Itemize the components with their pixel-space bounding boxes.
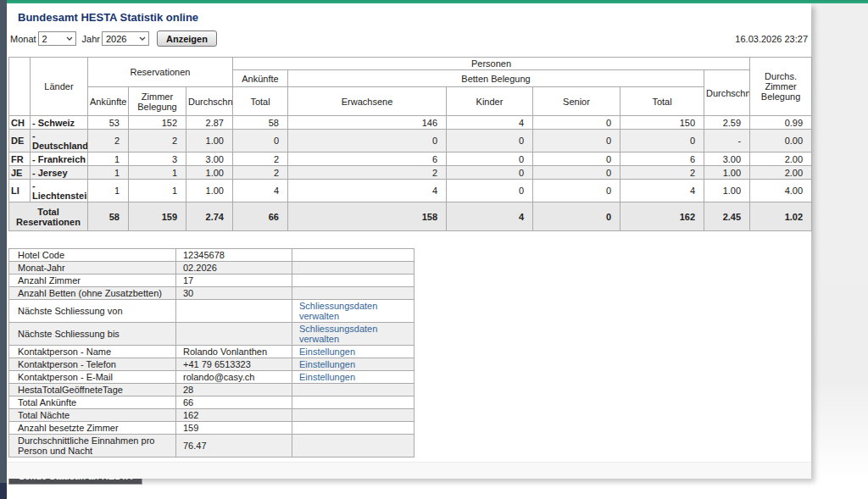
stat-cell-senior: 0 [533,180,620,202]
chevron-down-icon [139,36,146,41]
stat-cell-res-ankuenfte: 53 [88,116,129,130]
page-title: Bundesamt HESTA Statistik online [18,11,811,24]
total-res-zimmer: 159 [129,202,186,231]
durchs-zimmer-belegung-header: Durchs. Zimmer Belegung [750,58,812,116]
details-value: 66 [176,396,292,409]
reservationen-group-header: Reservationen [88,58,233,87]
country-code-cell: DE [9,130,31,152]
personen-ankuenfte-header: Ankünfte [233,70,288,87]
stat-cell-durchs-zimmer: 2.00 [750,152,812,166]
stat-cell-kinder: 0 [447,166,533,180]
corner-header-cell [9,58,31,116]
country-code-cell: LI [9,180,31,202]
hotel-details-table-body: Hotel Code12345678Monat-Jahr02.2026Anzah… [9,249,415,457]
stat-cell-durchschnitt: - [704,130,750,152]
details-link[interactable]: Schliessungsdaten verwalten [299,324,377,344]
stat-cell-kinder: 0 [447,152,533,166]
laender-header: Länder [31,58,88,116]
details-label: Kontaktperson - Name [9,346,176,358]
stat-cell-betten-total: 150 [620,116,704,130]
details-value: 30 [176,287,292,300]
res-zimmer-belegung-header: Zimmer Belegung [129,87,186,116]
details-link-cell [292,287,415,300]
res-durchschnitt-header: Durchschnitt [186,87,233,116]
details-value: rolando@casy.ch [176,371,292,384]
stat-cell-durchs-zimmer: 2.00 [750,166,812,180]
monat-select[interactable]: 2 [38,31,76,46]
details-row: Total Ankünfte66 [9,396,415,409]
details-label: Anzahl Zimmer [9,274,176,287]
details-value: 17 [176,274,292,287]
details-link[interactable]: Einstellungen [299,347,355,357]
stat-cell-erwachsene: 2 [288,166,447,180]
details-label: HestaTotalGeöffneteTage [9,384,176,396]
jahr-select[interactable]: 2026 [102,31,149,46]
total-senior: 0 [533,202,620,231]
stat-cell-res-durchschnitt: 1.00 [186,180,233,202]
stat-cell-pers-total: 2 [233,152,288,166]
stat-cell-kinder: 0 [447,130,533,152]
details-value: +41 79 6513323 [176,358,292,371]
details-row: Anzahl besetzte Zimmer159 [9,422,415,435]
anzeigen-button[interactable]: Anzeigen [157,30,217,47]
country-name-cell: - Deutschland [31,130,88,152]
total-kinder: 4 [447,202,533,231]
details-row: HestaTotalGeöffneteTage28 [9,384,415,396]
stat-cell-erwachsene: 4 [288,180,447,202]
details-row: Anzahl Betten (ohne Zusatzbetten)30 [9,287,415,300]
total-betten-total: 162 [620,202,704,231]
details-value [176,323,292,346]
stat-cell-res-durchschnitt: 1.00 [186,166,233,180]
stat-cell-betten-total: 4 [620,180,704,202]
details-value: Rolando Vonlanthen [176,346,292,358]
stat-cell-res-durchschnitt: 1.00 [186,130,233,152]
stats-row: JE- Jersey111.00220021.002.00 [9,166,812,180]
stat-cell-betten-total: 0 [620,130,704,152]
res-ankuenfte-header: Ankünfte [88,87,129,116]
country-name-cell: - Schweiz [31,116,88,130]
stat-cell-pers-total: 58 [233,116,288,130]
stat-cell-durchschnitt: 2.59 [704,116,750,130]
stat-cell-res-zimmer: 152 [129,116,186,130]
details-link[interactable]: Einstellungen [299,372,355,382]
details-link[interactable]: Schliessungsdaten verwalten [299,301,377,321]
stat-cell-res-ankuenfte: 1 [88,166,129,180]
details-value: 28 [176,384,292,396]
details-label: Durchschnittliche Einnahmen pro Person u… [9,435,176,457]
details-value: 12345678 [176,249,292,262]
details-row: Total Nächte162 [9,409,415,422]
details-label: Kontaktperson - E-Mail [9,371,176,384]
total-res-ankuenfte: 58 [88,202,129,231]
country-name-cell: - Jersey [31,166,88,180]
stat-cell-durchschnitt: 1.00 [704,180,750,202]
details-link-cell [292,422,415,435]
stat-cell-pers-total: 0 [233,130,288,152]
senior-header: Senior [533,87,620,116]
stat-cell-senior: 0 [533,152,620,166]
total-res-durchschnitt: 2.74 [186,202,233,231]
stats-row: DE- Deutschland221.0000000-0.00 [9,130,812,152]
statistics-table-body: CH- Schweiz531522.8758146401502.590.99DE… [9,116,812,202]
betten-belegung-group-header: Betten Belegung [288,70,704,87]
details-link-cell [292,274,415,287]
total-pers-total: 66 [233,202,288,231]
erwachsene-header: Erwachsene [288,87,447,116]
details-label: Anzahl besetzte Zimmer [9,422,176,435]
details-link[interactable]: Einstellungen [299,359,355,369]
stat-cell-senior: 0 [533,166,620,180]
details-link-cell: Einstellungen [292,346,415,358]
stat-cell-durchschnitt: 1.00 [704,166,750,180]
details-value [176,300,292,323]
stat-cell-betten-total: 2 [620,166,704,180]
details-value: 159 [176,422,292,435]
details-label: Kontaktperson - Telefon [9,358,176,371]
country-code-cell: JE [9,166,31,180]
details-link-cell [292,384,415,396]
stats-total-row: Total Reservationen 58 159 2.74 66 158 4… [9,202,812,231]
details-value: 02.2026 [176,262,292,274]
timestamp: 16.03.2026 23:27 [735,34,808,44]
details-row: Kontaktperson - E-Mailrolando@casy.chEin… [9,371,415,384]
content-card: Bundesamt HESTA Statistik online Monat 2… [7,3,811,479]
stats-row: FR- Frankreich133.00260063.002.00 [9,152,812,166]
details-label: Nächste Schliessung bis [9,323,176,346]
